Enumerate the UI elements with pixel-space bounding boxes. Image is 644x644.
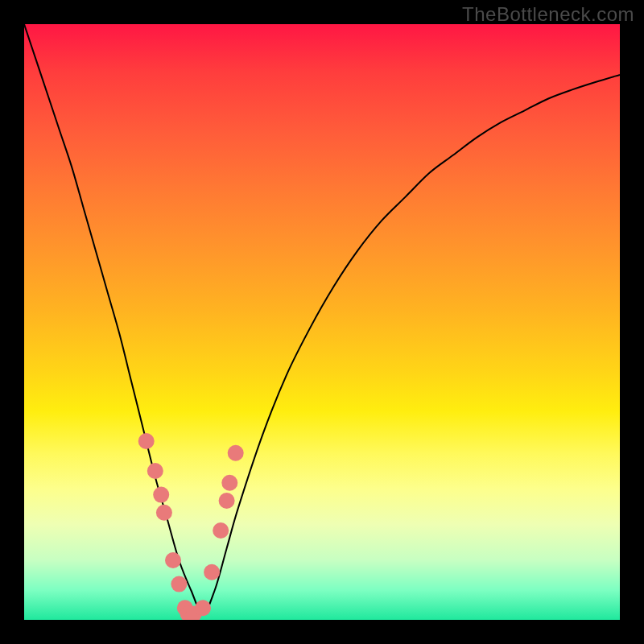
marker-point: [171, 576, 187, 592]
marker-point: [221, 475, 237, 491]
marker-point: [195, 600, 211, 616]
marker-point: [147, 463, 163, 479]
watermark-text: TheBottleneck.com: [462, 3, 634, 26]
marker-point: [219, 493, 235, 509]
marker-point: [138, 433, 155, 449]
bottleneck-curve: [24, 24, 620, 614]
marker-point: [204, 564, 220, 580]
marker-point: [165, 552, 181, 568]
marker-point: [228, 445, 244, 461]
marker-point: [153, 487, 169, 503]
marker-point: [156, 505, 172, 521]
chart-frame: TheBottleneck.com: [0, 0, 644, 644]
chart-svg: [24, 24, 620, 620]
plot-area: [24, 24, 620, 620]
marker-point: [213, 522, 229, 539]
